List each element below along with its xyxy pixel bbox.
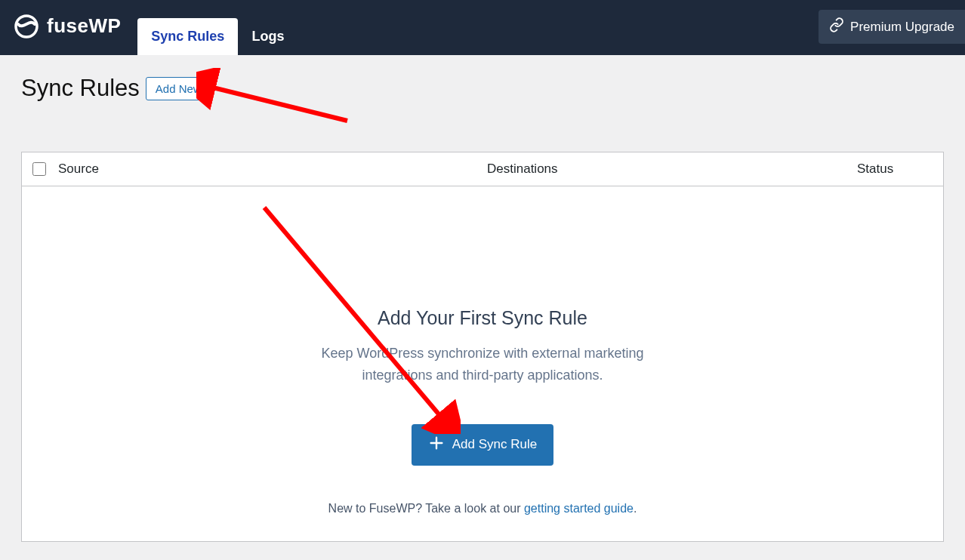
empty-title: Add Your First Sync Rule xyxy=(22,307,943,329)
empty-state: Add Your First Sync Rule Keep WordPress … xyxy=(22,186,943,541)
plus-icon xyxy=(428,435,445,455)
tab-bar: Sync Rules Logs xyxy=(137,0,298,55)
page-heading-row: Sync Rules Add New xyxy=(0,55,965,109)
note-prefix: New to FuseWP? Take a look at our xyxy=(328,502,524,515)
note-suffix: . xyxy=(634,502,637,515)
column-status[interactable]: Status xyxy=(857,162,933,177)
table-header-row: Source Destinations Status xyxy=(22,152,943,186)
select-all-cell xyxy=(32,162,58,176)
column-destinations[interactable]: Destinations xyxy=(466,162,857,177)
brand-name: fuseWP xyxy=(47,14,121,38)
empty-footer-note: New to FuseWP? Take a look at our gettin… xyxy=(22,502,943,515)
column-source[interactable]: Source xyxy=(58,162,466,177)
empty-subtitle: Keep WordPress synchronize with external… xyxy=(286,343,679,386)
brand: fuseWP xyxy=(14,0,121,55)
add-sync-rule-button[interactable]: Add Sync Rule xyxy=(412,424,553,466)
rules-table: Source Destinations Status Add Your Firs… xyxy=(21,152,944,542)
select-all-checkbox[interactable] xyxy=(32,162,46,176)
topbar: fuseWP Sync Rules Logs Premium Upgrade xyxy=(0,0,965,55)
page-title: Sync Rules xyxy=(21,75,140,102)
getting-started-link[interactable]: getting started guide xyxy=(524,502,634,515)
link-icon xyxy=(829,17,844,36)
premium-upgrade-button[interactable]: Premium Upgrade xyxy=(819,10,965,44)
add-sync-rule-label: Add Sync Rule xyxy=(452,437,537,452)
add-new-button[interactable]: Add New xyxy=(146,77,211,100)
premium-upgrade-label: Premium Upgrade xyxy=(850,20,954,35)
tab-sync-rules[interactable]: Sync Rules xyxy=(137,18,238,55)
tab-logs[interactable]: Logs xyxy=(238,18,298,55)
brand-logo-icon xyxy=(14,14,39,39)
